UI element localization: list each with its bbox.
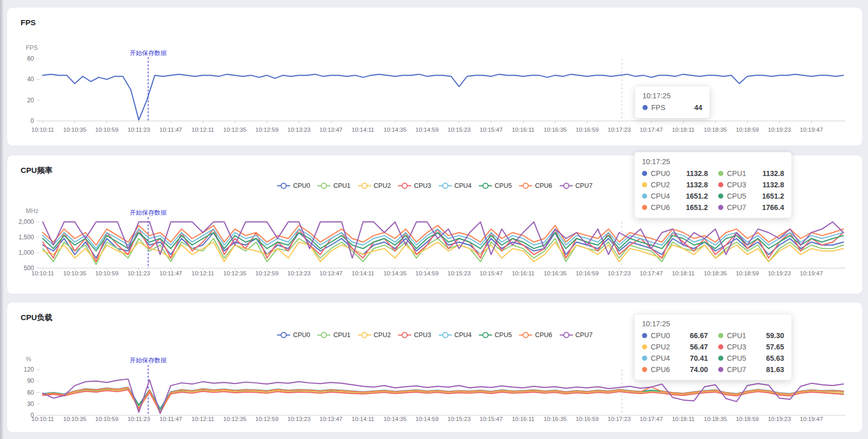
legend-item-cpu7[interactable]: CPU7 — [560, 331, 593, 339]
tooltip-series-name: CPU7 — [727, 202, 746, 213]
series-color-dot — [642, 171, 647, 176]
y-tick-label: 60 — [27, 389, 34, 396]
x-tick-label: 10:14:59 — [415, 127, 439, 133]
x-tick-label: 10:17:23 — [607, 127, 631, 133]
x-tick-label: 10:16:59 — [576, 270, 599, 276]
legend-label: CPU4 — [455, 331, 472, 339]
legend-line-circle-icon — [439, 332, 452, 338]
x-tick-label: 10:19:23 — [768, 127, 791, 133]
tooltip-rows: CPU066.67CPU159.30CPU256.47CPU357.65CPU4… — [642, 330, 784, 375]
tooltip-row-cpu1: CPU159.30 — [718, 330, 784, 341]
legend-item-cpu1[interactable]: CPU1 — [317, 182, 350, 189]
x-tick-label: 10:19:47 — [800, 416, 823, 422]
legend-line-circle-icon — [358, 332, 371, 338]
tooltip-row-cpu0: CPU066.67 — [642, 330, 708, 341]
legend-item-cpu1[interactable]: CPU1 — [317, 331, 350, 339]
tooltip-row-cpu0: CPU01132.8 — [642, 168, 708, 179]
tooltip-row-cpu5: CPU565.63 — [718, 353, 784, 363]
series-color-dot — [643, 105, 648, 110]
tooltip-series-name: CPU1 — [727, 330, 746, 341]
x-tick-label: 10:14:35 — [384, 416, 407, 422]
legend-line-circle-icon — [398, 183, 411, 189]
y-tick-label: 0 — [30, 117, 34, 125]
save-marker-label: 开始保存数据 — [130, 209, 167, 216]
tooltip-row-cpu6: CPU61651.2 — [642, 202, 708, 213]
legend-item-cpu0[interactable]: CPU0 — [277, 182, 310, 189]
legend-item-cpu5[interactable]: CPU5 — [479, 331, 512, 339]
x-tick-label: 10:15:47 — [480, 416, 503, 422]
x-tick-label: 10:11:47 — [160, 127, 182, 133]
legend-label: CPU1 — [333, 182, 350, 189]
fps-chart-canvas[interactable]: 6040200FPS10:10:1110:10:3510:10:5910:11:… — [7, 8, 862, 146]
x-tick-label: 10:11:47 — [160, 416, 182, 422]
x-tick-label: 10:15:47 — [480, 270, 503, 276]
legend-label: CPU4 — [455, 182, 472, 189]
tooltip-series-value: 65.63 — [766, 353, 784, 363]
tooltip-series-value: 1766.4 — [762, 202, 784, 213]
legend-item-cpu6[interactable]: CPU6 — [519, 331, 552, 339]
y-tick-label: 1,500 — [19, 234, 34, 241]
series-color-dot — [642, 182, 647, 187]
page-edge-shadow — [0, 0, 4, 439]
x-tick-label: 10:12:11 — [192, 270, 214, 276]
x-tick-label: 10:18:35 — [704, 270, 727, 276]
legend-item-cpu0[interactable]: CPU0 — [277, 331, 310, 339]
legend-label: CPU5 — [495, 331, 512, 339]
x-tick-label: 10:13:23 — [287, 270, 310, 276]
tooltip-rows: CPU01132.8CPU11132.8CPU21132.8CPU31132.8… — [642, 168, 784, 213]
x-tick-label: 10:13:47 — [319, 416, 342, 422]
legend-line-circle-icon — [398, 332, 411, 338]
legend-label: CPU7 — [576, 182, 593, 189]
legend-line-circle-icon — [439, 183, 452, 189]
series-color-dot — [718, 367, 723, 372]
x-tick-label: 10:10:11 — [31, 270, 54, 276]
legend-item-cpu2[interactable]: CPU2 — [358, 182, 391, 189]
tooltip-series-value: 1651.2 — [686, 202, 708, 213]
x-tick-label: 10:10:35 — [63, 270, 86, 276]
series-color-dot — [718, 356, 723, 361]
legend-item-cpu5[interactable]: CPU5 — [479, 182, 512, 189]
series-color-dot — [642, 344, 647, 349]
x-tick-label: 10:13:47 — [319, 127, 342, 133]
legend-label: CPU2 — [374, 331, 391, 339]
x-tick-label: 10:18:35 — [704, 416, 727, 422]
x-tick-label: 10:12:59 — [255, 270, 279, 276]
legend-item-cpu3[interactable]: CPU3 — [398, 182, 431, 189]
x-tick-label: 10:14:59 — [415, 416, 439, 422]
tooltip-series-value: 70.41 — [690, 353, 708, 363]
legend-item-cpu7[interactable]: CPU7 — [560, 182, 593, 189]
x-tick-label: 10:13:23 — [287, 127, 310, 133]
series-color-dot — [642, 194, 647, 199]
x-tick-label: 10:14:11 — [352, 127, 374, 133]
legend-item-cpu3[interactable]: CPU3 — [398, 331, 431, 339]
save-marker-label: 开始保存数据 — [130, 357, 167, 364]
tooltip-row-cpu2: CPU256.47 — [642, 342, 708, 352]
x-tick-label: 10:16:11 — [512, 416, 534, 422]
x-tick-label: 10:15:23 — [447, 270, 471, 276]
x-tick-label: 10:17:47 — [640, 270, 663, 276]
legend-item-cpu4[interactable]: CPU4 — [439, 182, 472, 189]
y-tick-label: 60 — [27, 55, 34, 62]
x-tick-label: 10:17:47 — [640, 416, 663, 422]
y-tick-label: 120 — [24, 366, 34, 373]
tooltip-row-cpu1: CPU11132.8 — [718, 168, 784, 179]
tooltip-series-name: CPU2 — [651, 180, 670, 190]
tooltip-row-cpu7: CPU781.63 — [718, 364, 784, 375]
x-tick-label: 10:18:59 — [736, 416, 759, 422]
legend-line-circle-icon — [277, 183, 290, 189]
save-marker-label: 开始保存数据 — [130, 49, 167, 57]
legend-item-cpu2[interactable]: CPU2 — [358, 331, 391, 339]
legend-item-cpu4[interactable]: CPU4 — [439, 331, 472, 339]
series-line-fps — [43, 74, 843, 120]
x-tick-label: 10:18:11 — [672, 416, 695, 422]
legend-item-cpu6[interactable]: CPU6 — [519, 182, 552, 189]
series-color-dot — [718, 205, 723, 210]
tooltip-series-value: 59.30 — [766, 330, 784, 341]
tooltip-series-value: 57.65 — [766, 342, 784, 352]
tooltip-series-name: CPU3 — [727, 342, 746, 352]
tooltip-series-name: CPU0 — [651, 330, 670, 341]
tooltip-time: 10:17:25 — [643, 91, 702, 101]
x-tick-label: 10:14:35 — [384, 127, 407, 133]
fps-card: FPS 6040200FPS10:10:1110:10:3510:10:5910… — [7, 8, 862, 146]
legend-line-circle-icon — [519, 183, 532, 189]
